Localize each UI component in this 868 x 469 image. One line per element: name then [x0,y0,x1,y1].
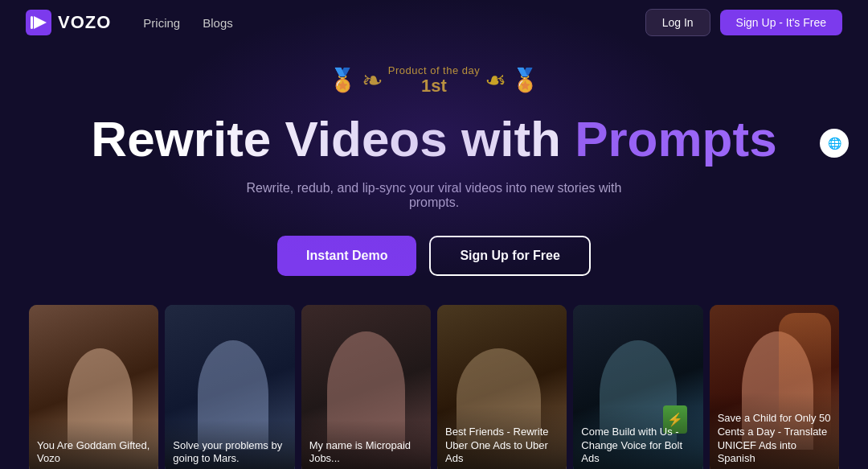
video-card-3[interactable]: Best Friends - Rewrite Uber One Ads to U… [437,305,567,469]
video-label-1: Solve your problems by going to Mars. [165,420,294,469]
badge-rank: 1st [421,76,447,96]
hero-title-highlight: Prompts [575,111,776,167]
login-button[interactable]: Log In [645,9,710,36]
svg-rect-2 [31,16,33,29]
laurel-left-leaf-icon: ❧ [362,68,383,93]
video-card-5[interactable]: Save a Child for Only 50 Cents a Day - T… [710,305,839,469]
signup-button[interactable]: Sign Up - It's Free [720,10,842,35]
video-label-2: My name is Micropaid Jobs... [301,420,431,469]
video-label-3: Best Friends - Rewrite Uber One Ads to U… [437,406,567,469]
laurel-right-icon: 🏅 [511,69,539,92]
demo-button[interactable]: Instant Demo [277,236,416,276]
video-card-1[interactable]: Solve your problems by going to Mars. [165,305,294,469]
laurel-right-leaf-icon: ❧ [485,68,506,93]
logo-link[interactable]: VOZO [26,10,111,35]
badge-label: Product of the day [388,64,481,76]
video-label-4: Come Build with Us - Change Voice for Bo… [573,406,702,469]
navbar: VOZO Pricing Blogs Log In Sign Up - It's… [0,0,868,45]
cta-group: Instant Demo Sign Up for Free [277,236,591,276]
nav-links: Pricing Blogs [143,16,232,30]
laurel-left-icon: 🏅 [329,69,357,92]
nav-link-blogs[interactable]: Blogs [203,16,233,30]
hero-title-part1: Rewrite Videos with [91,111,575,167]
video-label-5: Save a Child for Only 50 Cents a Day - T… [710,393,839,469]
nav-actions: Log In Sign Up - It's Free [645,9,842,36]
videos-strip: You Are Goddam Gifted, Vozo Solve your p… [26,305,842,469]
video-card-0[interactable]: You Are Goddam Gifted, Vozo [29,305,158,469]
translate-button[interactable]: 🌐 [820,129,849,158]
video-card-2[interactable]: My name is Micropaid Jobs... [301,305,431,469]
logo-icon [26,10,51,35]
logo-text: VOZO [58,12,111,33]
nav-link-pricing[interactable]: Pricing [143,16,180,30]
hero-section: 🏅 ❧ Product of the day 1st ❧ 🏅 Rewrite V… [0,45,868,469]
hero-title: Rewrite Videos with Prompts [91,112,776,167]
video-card-4[interactable]: ⚡ Come Build with Us - Change Voice for … [573,305,702,469]
video-label-0: You Are Goddam Gifted, Vozo [29,420,158,469]
hero-subtitle: Rewrite, redub, and lip-sync your viral … [225,181,643,210]
product-badge: 🏅 ❧ Product of the day 1st ❧ 🏅 [329,64,540,96]
signup-free-button[interactable]: Sign Up for Free [429,236,590,276]
badge-text: Product of the day 1st [388,64,481,96]
